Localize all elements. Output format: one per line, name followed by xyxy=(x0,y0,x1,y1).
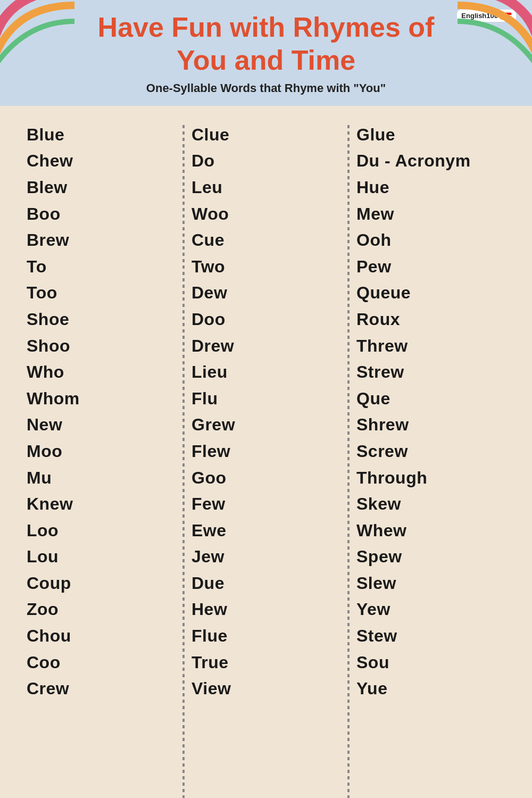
word-item: Loo xyxy=(27,518,176,544)
word-item: Du - Acronym xyxy=(356,148,505,174)
word-item: Slew xyxy=(356,570,505,597)
word-item: Zoo xyxy=(27,596,176,623)
word-item: Flew xyxy=(192,438,340,465)
word-item: Coup xyxy=(27,570,176,597)
word-item: Coo xyxy=(27,650,176,676)
word-item: Two xyxy=(192,254,340,280)
word-item: Cue xyxy=(192,227,340,254)
word-item: Glue xyxy=(356,122,505,148)
column-1: BlueChewBlewBooBrewToTooShoeShooWhoWhomN… xyxy=(27,122,176,702)
word-item: Jew xyxy=(192,544,340,570)
word-item: Chew xyxy=(27,148,176,174)
word-item: Shrew xyxy=(356,412,505,438)
word-item: Whew xyxy=(356,518,505,544)
word-item: Queue xyxy=(356,280,505,306)
word-item: Pew xyxy=(356,254,505,280)
word-item: Que xyxy=(356,386,505,412)
word-item: Boo xyxy=(27,201,176,228)
word-item: Flue xyxy=(192,623,340,650)
word-item: Leu xyxy=(192,174,340,201)
word-item: Yew xyxy=(356,596,505,623)
column-3: GlueDu - AcronymHueMewOohPewQueueRouxThr… xyxy=(356,122,505,702)
word-item: Too xyxy=(27,280,176,306)
word-item: Grew xyxy=(192,412,340,438)
word-item: Chou xyxy=(27,623,176,650)
word-item: Moo xyxy=(27,438,176,465)
word-item: Crew xyxy=(27,676,176,702)
word-item: Shoo xyxy=(27,333,176,360)
word-item: Doo xyxy=(192,306,340,333)
word-item: Stew xyxy=(356,623,505,650)
word-item: Whom xyxy=(27,386,176,412)
word-item: Strew xyxy=(356,359,505,386)
divider-2 xyxy=(340,122,356,798)
word-item: Clue xyxy=(192,122,340,148)
title-line2: You and Time xyxy=(177,45,355,76)
word-item: Through xyxy=(356,465,505,492)
word-item: Who xyxy=(27,359,176,386)
word-item: Brew xyxy=(27,227,176,254)
word-item: Spew xyxy=(356,544,505,570)
word-item: View xyxy=(192,676,340,702)
word-item: Roux xyxy=(356,306,505,333)
page-wrapper: English100 Have Fun with Rhymes of You a… xyxy=(0,0,532,798)
word-item: Dew xyxy=(192,280,340,306)
subtitle: One-Syllable Words that Rhyme with "You" xyxy=(21,81,511,95)
word-item: Lou xyxy=(27,544,176,570)
column-2: ClueDoLeuWooCueTwoDewDooDrewLieuFluGrewF… xyxy=(192,122,340,702)
word-item: Do xyxy=(192,148,340,174)
word-item: Sou xyxy=(356,650,505,676)
word-item: Knew xyxy=(27,491,176,518)
decoration-arc-tr xyxy=(458,0,532,74)
word-item: New xyxy=(27,412,176,438)
word-item: Flu xyxy=(192,386,340,412)
word-item: Yue xyxy=(356,676,505,702)
title-line1: Have Fun with Rhymes of xyxy=(98,12,435,43)
divider-1 xyxy=(176,122,192,798)
word-item: Woo xyxy=(192,201,340,228)
word-item: Mew xyxy=(356,201,505,228)
decoration-arc-tl xyxy=(0,0,74,74)
word-item: True xyxy=(192,650,340,676)
word-item: Blue xyxy=(27,122,176,148)
word-item: Due xyxy=(192,570,340,597)
word-item: Ewe xyxy=(192,518,340,544)
word-item: Mu xyxy=(27,465,176,492)
word-item: Threw xyxy=(356,333,505,360)
word-item: Hue xyxy=(356,174,505,201)
word-item: To xyxy=(27,254,176,280)
word-item: Screw xyxy=(356,438,505,465)
main-title: Have Fun with Rhymes of You and Time xyxy=(21,11,511,77)
word-item: Drew xyxy=(192,333,340,360)
word-item: Ooh xyxy=(356,227,505,254)
word-item: Goo xyxy=(192,465,340,492)
subtitle-text: One-Syllable Words that Rhyme with "You" xyxy=(146,81,386,95)
word-item: Skew xyxy=(356,491,505,518)
word-columns: BlueChewBlewBooBrewToTooShoeShooWhoWhomN… xyxy=(27,122,505,798)
word-item: Blew xyxy=(27,174,176,201)
word-item: Shoe xyxy=(27,306,176,333)
word-item: Few xyxy=(192,491,340,518)
word-item: Lieu xyxy=(192,359,340,386)
word-item: Hew xyxy=(192,596,340,623)
content-area: BlueChewBlewBooBrewToTooShoeShooWhoWhomN… xyxy=(0,106,532,798)
header-section: English100 Have Fun with Rhymes of You a… xyxy=(0,0,532,106)
